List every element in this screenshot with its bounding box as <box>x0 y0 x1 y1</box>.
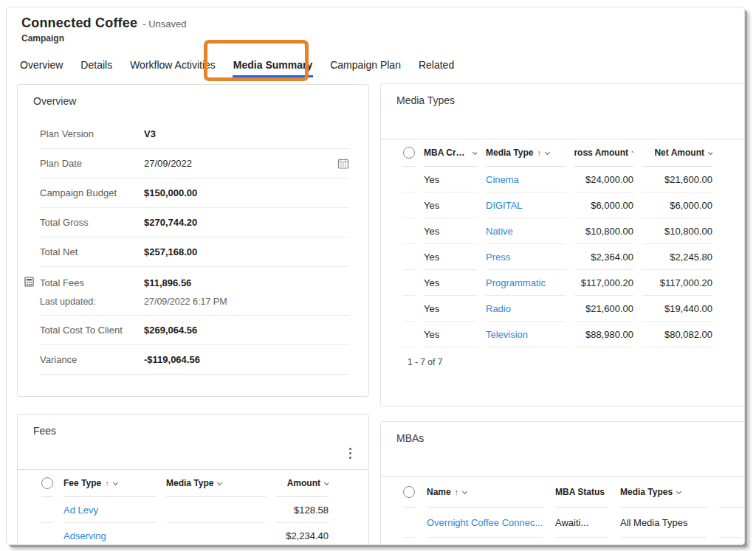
form-tabs: Overview Details Workflow Activities Med… <box>19 55 471 77</box>
fee-type-link[interactable]: Ad Levy <box>63 497 156 523</box>
fees-panel-title: Fees <box>18 415 368 437</box>
table-cell: Yes <box>424 270 477 296</box>
media-type-link[interactable]: Programmatic <box>486 270 566 296</box>
column-header-mba-created[interactable]: MBA Crea... <box>424 139 477 167</box>
chevron-down-icon <box>324 479 329 485</box>
last-updated-label: Last updated: <box>40 297 144 307</box>
table-cell: Yes <box>424 193 477 218</box>
field-total-cost-to-client: Total Cost To Client $269,064.56 <box>40 316 349 345</box>
field-plan-date: Plan Date 27/09/2022 <box>40 149 349 179</box>
media-type-link[interactable]: Television <box>486 322 566 347</box>
chevron-down-icon <box>472 150 477 155</box>
unsaved-badge: - Unsaved <box>142 18 186 30</box>
tab-media-summary[interactable]: Media Summary <box>233 55 313 77</box>
column-header-name[interactable]: Name↑ <box>427 477 543 507</box>
chevron-down-icon <box>608 490 608 493</box>
field-total-net: Total Net $257,168.00 <box>40 238 349 267</box>
field-campaign-budget: Campaign Budget $150,000.00 <box>40 179 349 208</box>
mba-name-link[interactable]: Overnight Coffee Connec... <box>427 538 543 545</box>
select-all-radio[interactable] <box>403 147 415 159</box>
chevron-down-icon <box>462 488 467 493</box>
chevron-down-icon <box>113 479 118 485</box>
page-title: Connected Coffee <box>21 15 137 31</box>
field-total-fees: Total Fees $11,896.56 Last updated: 27/0… <box>40 267 349 316</box>
mbas-panel: MBAs Name↑ MBA Status Media Types Total … <box>380 421 745 545</box>
tab-overview[interactable]: Overview <box>19 55 63 77</box>
media-types-grid: MBA Crea... Media Type↑ Gross Amount Net… <box>381 139 745 347</box>
column-header-gross-amount[interactable]: Gross Amount <box>574 139 633 167</box>
table-cell: Yes <box>424 218 477 244</box>
calculator-icon <box>24 277 34 290</box>
column-header-media-type[interactable]: Media Type↑ <box>486 139 566 167</box>
entity-label: Campaign <box>21 33 186 44</box>
column-header-media-types[interactable]: Media Types <box>620 477 707 507</box>
mbas-grid: Name↑ MBA Status Media Types Total Gross… <box>381 477 745 545</box>
sort-ascending-icon: ↑ <box>537 148 541 157</box>
media-type-link[interactable]: Press <box>486 244 566 270</box>
table-cell: Yes <box>424 167 477 193</box>
overview-panel: Overview Plan Version V3 Plan Date 27/09… <box>17 84 369 397</box>
media-type-link[interactable]: Radio <box>486 296 566 322</box>
record-count: 1 - 7 of 7 <box>408 357 745 367</box>
tab-details[interactable]: Details <box>80 55 113 77</box>
chevron-down-icon <box>217 479 222 485</box>
more-commands-icon[interactable] <box>343 446 357 460</box>
chevron-down-icon <box>631 150 633 153</box>
field-variance: Variance -$119,064.56 <box>40 345 349 375</box>
table-cell: Yes <box>424 322 477 347</box>
column-header-amount[interactable]: Amount <box>276 470 329 497</box>
mbas-toolbar <box>381 444 745 477</box>
mba-name-link[interactable]: Overnight Coffee Connec... <box>427 507 543 538</box>
fees-panel: Fees Fee Type↑ Media Type Amount Ad Levy… <box>17 414 369 545</box>
fee-type-link[interactable]: Adserving <box>63 523 156 545</box>
overview-panel-title: Overview <box>18 85 368 107</box>
screenshot-stage: Connected Coffee - Unsaved Campaign Over… <box>0 0 756 551</box>
media-types-toolbar <box>381 106 745 139</box>
table-cell: Yes <box>424 296 477 322</box>
media-type-link[interactable]: Cinema <box>486 167 566 193</box>
mbas-panel-title: MBAs <box>381 422 745 444</box>
select-all-radio[interactable] <box>403 486 415 498</box>
column-header-total-gross[interactable]: Total Gross <box>719 477 745 507</box>
field-total-gross: Total Gross $270,744.20 <box>40 208 349 238</box>
record-header: Connected Coffee - Unsaved Campaign <box>21 15 186 44</box>
sort-ascending-icon: ↑ <box>455 488 459 496</box>
table-cell: Yes <box>424 244 477 270</box>
media-type-link[interactable]: DIGITAL <box>486 193 566 218</box>
column-header-mba-status[interactable]: MBA Status <box>555 477 608 507</box>
media-types-panel: Media Types MBA Crea... Media Type↑ Gros… <box>380 83 745 406</box>
chevron-down-icon <box>708 149 712 154</box>
fees-grid: Fee Type↑ Media Type Amount Ad Levy $128… <box>18 469 368 545</box>
tab-related[interactable]: Related <box>418 55 455 77</box>
sort-ascending-icon: ↑ <box>105 479 109 488</box>
media-type-link[interactable]: Native <box>486 218 566 244</box>
column-header-net-amount[interactable]: Net Amount <box>642 139 712 167</box>
last-updated-value: 27/09/2022 6:17 PM <box>144 297 227 307</box>
tab-workflow-activities[interactable]: Workflow Activities <box>129 55 216 77</box>
field-plan-version: Plan Version V3 <box>40 119 349 149</box>
column-header-media-type[interactable]: Media Type <box>166 470 266 497</box>
select-all-radio[interactable] <box>41 477 53 489</box>
column-header-fee-type[interactable]: Fee Type↑ <box>63 470 156 497</box>
fees-toolbar <box>18 437 368 469</box>
calendar-icon[interactable] <box>337 158 349 170</box>
chevron-down-icon <box>545 149 550 154</box>
media-types-panel-title: Media Types <box>381 84 745 106</box>
chevron-down-icon <box>676 488 681 493</box>
app-window: Connected Coffee - Unsaved Campaign Over… <box>6 7 745 545</box>
tab-campaign-plan[interactable]: Campaign Plan <box>329 55 402 77</box>
